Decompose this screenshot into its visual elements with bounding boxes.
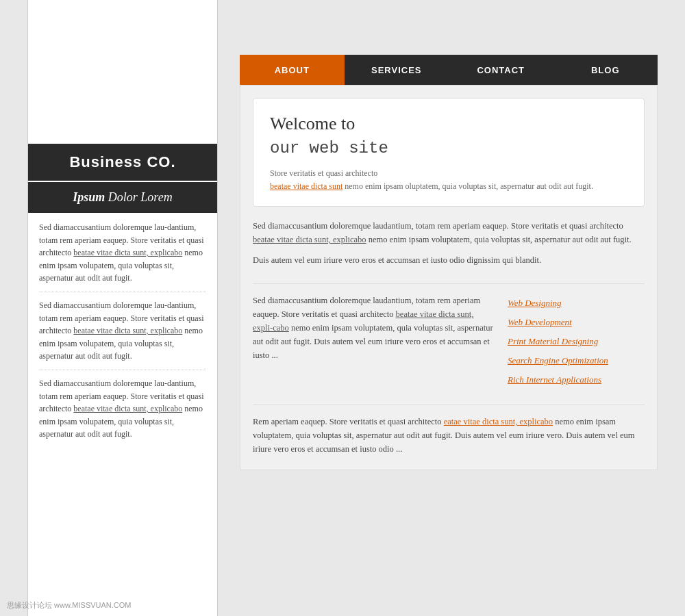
service-link-1[interactable]: Web Designing bbox=[508, 298, 562, 308]
main-body-text: Sed diamaccusantium doloremque laudantiu… bbox=[240, 219, 657, 283]
welcome-line2: our web site bbox=[270, 139, 388, 157]
sidebar-content: Sed diamaccusantium doloremque lau-danti… bbox=[28, 213, 217, 460]
two-col-right: Web Designing Web Development Print Mate… bbox=[508, 294, 645, 392]
nav-item-services[interactable]: SERVICES bbox=[345, 55, 449, 85]
list-item: Web Development bbox=[508, 316, 645, 328]
sidebar-section-2: Sed diamaccusantium doloremque lau-danti… bbox=[39, 292, 206, 363]
subtitle-bold: Ipsum bbox=[73, 190, 105, 204]
nav-item-blog[interactable]: BLOG bbox=[553, 55, 658, 85]
sidebar-link-2[interactable]: beatae vitae dicta sunt, explicabo bbox=[73, 326, 182, 335]
bottom-link[interactable]: eatae vitae dicta sunt, explicabo bbox=[444, 417, 553, 426]
service-link-2[interactable]: Web Development bbox=[508, 317, 572, 327]
sidebar-title: Business CO. bbox=[69, 153, 175, 170]
sidebar-title-block: Business CO. bbox=[28, 144, 217, 181]
sidebar-para-3: Sed diamaccusantium doloremque lau-danti… bbox=[39, 377, 206, 441]
sidebar-section-3: Sed diamaccusantium doloremque lau-danti… bbox=[39, 370, 206, 441]
list-item: Rich Internet Applications bbox=[508, 373, 645, 385]
content-panel: Welcome to our web site Store veritatis … bbox=[240, 85, 658, 470]
sidebar-link-3[interactable]: beatae vitae dicta sunt, explicabo bbox=[73, 404, 182, 413]
divider-2 bbox=[253, 405, 645, 405]
bottom-text-section: Rem aperiam eaquep. Store veritatis et q… bbox=[240, 415, 657, 470]
two-col-left-text: Sed diamaccusantium doloremque laudantiu… bbox=[253, 294, 494, 362]
service-link-5[interactable]: Rich Internet Applications bbox=[508, 374, 601, 385]
body-para-2: Duis autem vel eum iriure vero eros et a… bbox=[253, 253, 645, 267]
nav-item-contact[interactable]: CONTACT bbox=[449, 55, 553, 85]
sidebar-para-1: Sed diamaccusantium doloremque lau-danti… bbox=[39, 221, 206, 285]
body-para-1: Sed diamaccusantium doloremque laudantiu… bbox=[253, 219, 645, 246]
nav-bar: ABOUT SERVICES CONTACT BLOG bbox=[240, 55, 658, 85]
list-item: Search Engine Optimization bbox=[508, 354, 645, 366]
sidebar-para-2: Sed diamaccusantium doloremque lau-danti… bbox=[39, 299, 206, 363]
list-item: Print Material Designing bbox=[508, 335, 645, 347]
divider-1 bbox=[253, 283, 645, 284]
welcome-intro-text: Store veritatis et quasi architecto bbox=[270, 168, 377, 178]
sidebar-subtitle-block: Ipsum Dolor Lorem bbox=[28, 182, 217, 213]
bottom-para: Rem aperiam eaquep. Store veritatis et q… bbox=[253, 415, 645, 456]
body-link-1[interactable]: beatae vitae dicta sunt, explicabo bbox=[253, 235, 366, 244]
subtitle-normal: Dolor Lorem bbox=[108, 190, 173, 204]
services-list: Web Designing Web Development Print Mate… bbox=[508, 296, 645, 385]
sidebar-subtitle: Ipsum Dolor Lorem bbox=[73, 190, 172, 204]
welcome-after-link: nemo enim ipsam oluptatem, quia voluptas… bbox=[345, 181, 593, 191]
two-col-left: Sed diamaccusantium doloremque laudantiu… bbox=[253, 294, 494, 392]
two-column-section: Sed diamaccusantium doloremque laudantiu… bbox=[240, 294, 657, 405]
welcome-heading: Welcome to our web site bbox=[270, 112, 627, 159]
two-col-left-link[interactable]: beatae vitae dicta sunt, expli-cabo bbox=[253, 309, 473, 333]
footer-watermark: 思缘设计论坛 www.MISSVUAN.COM bbox=[7, 600, 132, 611]
welcome-line1: Welcome to bbox=[270, 114, 355, 133]
nav-item-about[interactable]: ABOUT bbox=[240, 55, 345, 85]
welcome-link[interactable]: beatae vitae dicta sunt bbox=[270, 181, 342, 191]
list-item: Web Designing bbox=[508, 296, 645, 309]
welcome-intro: Store veritatis et quasi architecto beat… bbox=[270, 167, 627, 192]
service-link-3[interactable]: Print Material Designing bbox=[508, 336, 598, 346]
service-link-4[interactable]: Search Engine Optimization bbox=[508, 355, 608, 365]
sidebar-link-1[interactable]: beatae vitae dicta sunt, explicabo bbox=[73, 248, 182, 257]
sidebar: Business CO. Ipsum Dolor Lorem Sed diama… bbox=[27, 0, 218, 616]
welcome-box: Welcome to our web site Store veritatis … bbox=[253, 98, 645, 207]
main-content: ABOUT SERVICES CONTACT BLOG Welcome to o… bbox=[240, 55, 658, 470]
